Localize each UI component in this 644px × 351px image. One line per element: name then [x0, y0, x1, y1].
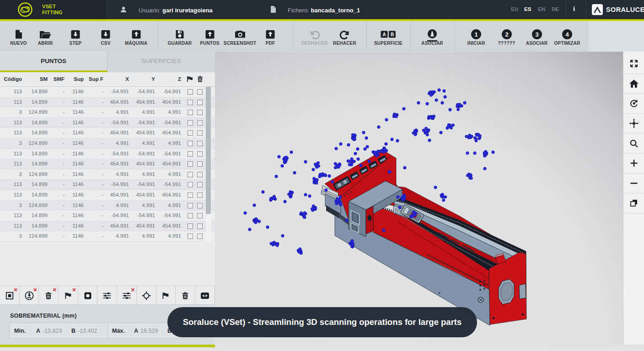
svg-text:3: 3 [535, 31, 538, 38]
svg-text:1: 1 [474, 31, 478, 38]
svg-text:2: 2 [505, 31, 508, 38]
svg-text:B: B [391, 32, 394, 37]
svg-text:4: 4 [565, 31, 569, 38]
svg-text:A: A [382, 32, 386, 37]
